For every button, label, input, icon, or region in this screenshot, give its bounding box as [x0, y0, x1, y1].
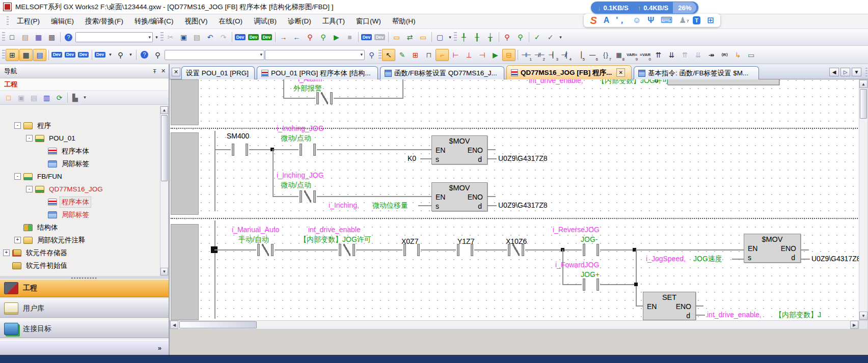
tree-expander[interactable]: + [14, 237, 21, 243]
menu-item[interactable]: 搜索/替换(F) [79, 15, 129, 28]
ime-icon[interactable]: S [590, 15, 596, 26]
toolbar-button[interactable] [2, 50, 5, 60]
toolbar-button[interactable]: { }7 [599, 49, 612, 61]
ime-icon[interactable]: Ψ [647, 15, 654, 26]
tree-item[interactable]: - FB/FUN [0, 170, 160, 183]
toolbar-button[interactable]: ▩ [45, 31, 58, 43]
toolbar-button[interactable]: ■ [343, 31, 356, 43]
toolbar-button[interactable] [516, 49, 519, 61]
tree-expander[interactable]: - [26, 135, 33, 142]
toolbar-grip[interactable] [7, 16, 9, 26]
toolbar-button[interactable]: ⊣▏3 [546, 49, 559, 61]
tree-expander[interactable]: - [14, 173, 21, 180]
scroll-thumb[interactable] [179, 321, 257, 328]
toolbar-button[interactable]: ▭ [745, 49, 757, 61]
toolbar-button[interactable] [357, 31, 360, 43]
no-contact[interactable] [582, 244, 600, 256]
toolbar-button[interactable] [497, 31, 500, 43]
document-tab[interactable]: 基本指令: 函数/FB标签设置 $M... [634, 66, 759, 79]
menu-item[interactable]: 诊断(D) [282, 15, 317, 28]
toolbar-button[interactable]: ? [138, 49, 151, 61]
toolbar-button[interactable]: ⊞ [409, 49, 422, 61]
mini-toolbar-button[interactable]: ▥ [40, 92, 53, 104]
tree-item-label[interactable]: 软元件初始值 [24, 261, 69, 271]
tab-scroll-left-button[interactable]: ◀ [829, 68, 839, 76]
toolbar-button[interactable] [274, 31, 277, 43]
tree-item[interactable]: - POU_01 [0, 132, 160, 145]
toolbar-button[interactable]: Dev [50, 49, 63, 61]
toolbar-button[interactable]: ▾ [107, 49, 114, 61]
toolbar-button[interactable]: ⚲ [151, 49, 164, 61]
menu-item[interactable]: 视图(V) [179, 15, 213, 28]
nc-contact[interactable] [299, 190, 317, 203]
scroll-thumb[interactable] [860, 89, 867, 119]
ladder-canvas[interactable]: i_Alarm 外部报警 d int_drive_enable, 【内部变数】J… [170, 79, 859, 320]
toolbar-button[interactable]: ✓ [544, 31, 557, 43]
tree-item[interactable]: - QD77MS16_JOG [0, 183, 160, 196]
tree-item-label[interactable]: 程序 [36, 121, 52, 131]
tab-scroll-right-button[interactable]: ▷ [840, 68, 850, 76]
editor-vertical-scrollbar[interactable]: ▲ ▼ [859, 79, 868, 320]
mini-toolbar-button[interactable]: ▾ [82, 92, 88, 104]
scroll-right-button[interactable]: ▶ [850, 321, 858, 329]
tree-item[interactable]: - 程序 [0, 119, 160, 132]
toolbar-button[interactable]: ▾ [153, 31, 160, 43]
navigator-view-button[interactable]: 连接目标 [0, 320, 169, 338]
toolbar-button[interactable]: Dev [373, 31, 386, 43]
pin-icon[interactable]: Ŧ [151, 67, 158, 75]
navigator-view-button[interactable]: 工程 [0, 279, 169, 297]
toolbar-button[interactable]: ⊣∕⊢2 [533, 49, 546, 61]
ime-icon[interactable]: ☺ [633, 15, 641, 26]
toolbar-button[interactable]: ⚲ [114, 49, 127, 61]
toolbar-button[interactable] [430, 31, 433, 43]
menu-item[interactable]: 在线(O) [213, 15, 249, 28]
tree-scrollbar[interactable]: ▲ ▼ [160, 106, 169, 276]
toolbar-button[interactable]: ⇊ [665, 49, 678, 61]
tree-item[interactable]: 程序本体 [0, 145, 160, 157]
toolbar-button[interactable]: ▣ [177, 31, 190, 43]
menu-item[interactable]: 工具(T) [317, 15, 350, 28]
toolbar-button[interactable]: ▦ [32, 31, 45, 43]
no-contact[interactable] [582, 278, 600, 291]
toolbar-button[interactable]: ↠ [705, 49, 718, 61]
tree-item-label[interactable]: 程序本体 [60, 146, 91, 156]
scroll-left-button[interactable]: ◀ [170, 321, 178, 329]
nc-contact[interactable] [338, 244, 356, 256]
toolbar-button[interactable]: ▦ [19, 49, 33, 61]
toolbar-button[interactable] [160, 32, 164, 42]
no-contact[interactable] [231, 144, 249, 156]
toolbar-button[interactable]: ⇈ [652, 49, 665, 61]
navigator-more-bar[interactable]: » [0, 340, 169, 355]
tree-expander[interactable]: + [3, 249, 10, 256]
mini-toolbar-button[interactable]: □ [2, 92, 15, 104]
toolbar-button[interactable]: —6 [586, 49, 599, 61]
tree-item-label[interactable]: 程序本体 [60, 197, 91, 207]
toolbar-button[interactable]: ▾ [165, 50, 264, 60]
toolbar-button[interactable]: ▾ [447, 31, 453, 43]
toolbar-button[interactable]: ⚲ [317, 31, 330, 43]
toolbar-button[interactable]: ⇊ [692, 49, 704, 61]
toolbar-button[interactable]: ▶ [330, 31, 343, 43]
toolbar-button[interactable]: ↳ [731, 49, 744, 61]
ime-icon[interactable]: A [604, 15, 610, 26]
ime-icon[interactable]: T [693, 16, 700, 24]
toolbar-button[interactable]: ← [290, 31, 303, 43]
ime-icon[interactable]: ⊞ [707, 15, 714, 26]
ime-toolbar[interactable]: S A '， ☺ Ψ ⌨ ♟7 T ⊞ [584, 14, 720, 27]
mini-toolbar-button[interactable]: ▤ [28, 92, 40, 104]
menu-item[interactable]: 转换/编译(C) [129, 15, 179, 28]
tree-item-label[interactable]: 软元件存储器 [24, 248, 69, 258]
scroll-thumb[interactable] [161, 115, 168, 181]
tree-item[interactable]: 结构体 [0, 221, 160, 234]
toolbar-button[interactable]: ⇈ [679, 49, 691, 61]
toolbar-button[interactable]: ⊟ [502, 49, 516, 61]
toolbar-button[interactable]: ⚲ [514, 31, 527, 43]
document-tab[interactable]: POU_01 [PRG] 程序本体 [结构... [257, 66, 378, 79]
toolbar-button[interactable]: ✎ [396, 49, 409, 61]
toolbar-button[interactable] [90, 49, 93, 61]
tree-item-label[interactable]: 结构体 [36, 222, 60, 233]
toolbar-button[interactable] [387, 31, 390, 43]
toolbar-button[interactable]: Dev [77, 49, 90, 61]
tree-item[interactable]: 程序本体 [0, 196, 160, 208]
fb-block-mov1[interactable]: $MOV EN ENO s d [431, 135, 487, 164]
